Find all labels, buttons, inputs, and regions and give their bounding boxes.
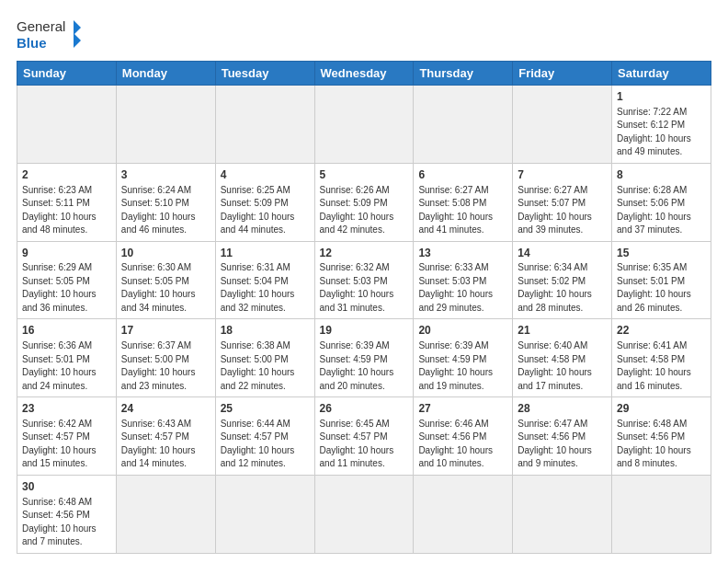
calendar-day-cell xyxy=(414,475,513,553)
day-info: Sunrise: 6:34 AMSunset: 5:02 PMDaylight:… xyxy=(518,261,607,315)
day-number: 8 xyxy=(617,167,706,183)
header-area: General Blue xyxy=(17,17,711,52)
day-info: Sunrise: 6:39 AMSunset: 4:59 PMDaylight:… xyxy=(418,339,507,393)
calendar-day-cell: 10Sunrise: 6:30 AMSunset: 5:05 PMDayligh… xyxy=(116,241,215,319)
day-info: Sunrise: 6:30 AMSunset: 5:05 PMDaylight:… xyxy=(121,261,210,315)
day-number: 6 xyxy=(418,167,507,183)
calendar-day-cell: 3Sunrise: 6:24 AMSunset: 5:10 PMDaylight… xyxy=(116,163,215,241)
day-number: 7 xyxy=(518,167,607,183)
day-info: Sunrise: 6:26 AMSunset: 5:09 PMDaylight:… xyxy=(320,184,409,237)
day-info: Sunrise: 6:42 AMSunset: 4:57 PMDaylight:… xyxy=(22,418,111,471)
calendar-day-cell: 2Sunrise: 6:23 AMSunset: 5:11 PMDaylight… xyxy=(17,163,117,241)
calendar-day-cell: 20Sunrise: 6:39 AMSunset: 4:59 PMDayligh… xyxy=(414,319,513,397)
svg-text:Blue: Blue xyxy=(17,35,47,51)
day-number: 10 xyxy=(121,246,210,261)
day-number: 26 xyxy=(320,401,409,417)
calendar-week-row: 1Sunrise: 7:22 AMSunset: 6:12 PMDaylight… xyxy=(17,86,711,164)
calendar-day-cell: 16Sunrise: 6:36 AMSunset: 5:01 PMDayligh… xyxy=(17,319,117,397)
day-info: Sunrise: 6:24 AMSunset: 5:10 PMDaylight:… xyxy=(121,184,210,237)
calendar-day-cell xyxy=(314,86,414,164)
calendar-table: SundayMondayTuesdayWednesdayThursdayFrid… xyxy=(17,61,711,554)
calendar-day-cell: 14Sunrise: 6:34 AMSunset: 5:02 PMDayligh… xyxy=(513,241,612,319)
day-number: 13 xyxy=(418,246,507,261)
logo: General Blue xyxy=(17,17,81,52)
day-number: 27 xyxy=(418,401,507,417)
day-number: 21 xyxy=(518,323,607,339)
day-info: Sunrise: 6:39 AMSunset: 4:59 PMDaylight:… xyxy=(320,339,409,393)
calendar-day-cell: 8Sunrise: 6:28 AMSunset: 5:06 PMDaylight… xyxy=(612,163,711,241)
day-info: Sunrise: 6:48 AMSunset: 4:56 PMDaylight:… xyxy=(617,418,706,471)
calendar-weekday-header: Monday xyxy=(116,62,215,86)
calendar-day-cell xyxy=(17,86,117,164)
day-number: 20 xyxy=(418,323,507,339)
day-number: 1 xyxy=(617,89,706,105)
calendar-day-cell: 15Sunrise: 6:35 AMSunset: 5:01 PMDayligh… xyxy=(612,241,711,319)
day-number: 24 xyxy=(121,401,210,417)
calendar-weekday-header: Wednesday xyxy=(314,62,414,86)
calendar-day-cell: 7Sunrise: 6:27 AMSunset: 5:07 PMDaylight… xyxy=(513,163,612,241)
day-number: 14 xyxy=(518,246,607,261)
day-info: Sunrise: 6:33 AMSunset: 5:03 PMDaylight:… xyxy=(418,261,507,315)
day-info: Sunrise: 6:40 AMSunset: 4:58 PMDaylight:… xyxy=(518,339,607,393)
calendar-week-row: 16Sunrise: 6:36 AMSunset: 5:01 PMDayligh… xyxy=(17,319,711,397)
calendar-day-cell: 21Sunrise: 6:40 AMSunset: 4:58 PMDayligh… xyxy=(513,319,612,397)
day-info: Sunrise: 6:29 AMSunset: 5:05 PMDaylight:… xyxy=(22,261,111,315)
svg-marker-2 xyxy=(74,20,81,35)
calendar-day-cell xyxy=(215,86,314,164)
calendar-day-cell xyxy=(414,86,513,164)
day-info: Sunrise: 6:43 AMSunset: 4:57 PMDaylight:… xyxy=(121,418,210,471)
day-number: 17 xyxy=(121,323,210,339)
calendar-day-cell: 6Sunrise: 6:27 AMSunset: 5:08 PMDaylight… xyxy=(414,163,513,241)
calendar-day-cell: 24Sunrise: 6:43 AMSunset: 4:57 PMDayligh… xyxy=(116,397,215,476)
calendar-day-cell xyxy=(314,475,414,553)
day-number: 29 xyxy=(617,401,706,417)
day-info: Sunrise: 6:23 AMSunset: 5:11 PMDaylight:… xyxy=(22,184,111,237)
day-number: 30 xyxy=(22,479,111,495)
calendar-day-cell xyxy=(513,475,612,553)
day-number: 18 xyxy=(221,323,310,339)
day-info: Sunrise: 6:41 AMSunset: 4:58 PMDaylight:… xyxy=(617,339,706,393)
calendar-day-cell: 4Sunrise: 6:25 AMSunset: 5:09 PMDaylight… xyxy=(215,163,314,241)
day-info: Sunrise: 6:32 AMSunset: 5:03 PMDaylight:… xyxy=(320,261,409,315)
day-number: 15 xyxy=(617,246,706,261)
day-info: Sunrise: 6:38 AMSunset: 5:00 PMDaylight:… xyxy=(221,339,310,393)
day-info: Sunrise: 7:22 AMSunset: 6:12 PMDaylight:… xyxy=(617,106,706,159)
calendar-day-cell: 11Sunrise: 6:31 AMSunset: 5:04 PMDayligh… xyxy=(215,241,314,319)
calendar-week-row: 23Sunrise: 6:42 AMSunset: 4:57 PMDayligh… xyxy=(17,397,711,476)
day-info: Sunrise: 6:44 AMSunset: 4:57 PMDaylight:… xyxy=(221,418,310,471)
day-number: 19 xyxy=(320,323,409,339)
day-number: 12 xyxy=(320,246,409,261)
calendar-day-cell: 25Sunrise: 6:44 AMSunset: 4:57 PMDayligh… xyxy=(215,397,314,476)
day-number: 11 xyxy=(221,246,310,261)
svg-text:General: General xyxy=(17,18,65,34)
calendar-weekday-header: Saturday xyxy=(612,62,711,86)
calendar-header-row: SundayMondayTuesdayWednesdayThursdayFrid… xyxy=(17,62,711,86)
calendar-day-cell xyxy=(116,475,215,553)
day-info: Sunrise: 6:25 AMSunset: 5:09 PMDaylight:… xyxy=(221,184,310,237)
calendar-day-cell xyxy=(513,86,612,164)
calendar-day-cell: 27Sunrise: 6:46 AMSunset: 4:56 PMDayligh… xyxy=(414,397,513,476)
calendar-day-cell: 9Sunrise: 6:29 AMSunset: 5:05 PMDaylight… xyxy=(17,241,117,319)
day-info: Sunrise: 6:47 AMSunset: 4:56 PMDaylight:… xyxy=(518,418,607,471)
day-info: Sunrise: 6:35 AMSunset: 5:01 PMDaylight:… xyxy=(617,261,706,315)
day-info: Sunrise: 6:37 AMSunset: 5:00 PMDaylight:… xyxy=(121,339,210,393)
day-info: Sunrise: 6:48 AMSunset: 4:56 PMDaylight:… xyxy=(22,496,111,549)
calendar-day-cell xyxy=(116,86,215,164)
calendar-weekday-header: Friday xyxy=(513,62,612,86)
calendar-day-cell: 17Sunrise: 6:37 AMSunset: 5:00 PMDayligh… xyxy=(116,319,215,397)
calendar-day-cell: 28Sunrise: 6:47 AMSunset: 4:56 PMDayligh… xyxy=(513,397,612,476)
day-info: Sunrise: 6:28 AMSunset: 5:06 PMDaylight:… xyxy=(617,184,706,237)
calendar-day-cell xyxy=(215,475,314,553)
calendar-weekday-header: Tuesday xyxy=(215,62,314,86)
calendar-weekday-header: Sunday xyxy=(17,62,117,86)
calendar-day-cell: 22Sunrise: 6:41 AMSunset: 4:58 PMDayligh… xyxy=(612,319,711,397)
calendar-day-cell: 5Sunrise: 6:26 AMSunset: 5:09 PMDaylight… xyxy=(314,163,414,241)
generalblue-logo-icon: General Blue xyxy=(17,17,81,52)
calendar-week-row: 2Sunrise: 6:23 AMSunset: 5:11 PMDaylight… xyxy=(17,163,711,241)
day-number: 22 xyxy=(617,323,706,339)
day-info: Sunrise: 6:46 AMSunset: 4:56 PMDaylight:… xyxy=(418,418,507,471)
day-number: 5 xyxy=(320,167,409,183)
calendar-day-cell: 13Sunrise: 6:33 AMSunset: 5:03 PMDayligh… xyxy=(414,241,513,319)
calendar-week-row: 30Sunrise: 6:48 AMSunset: 4:56 PMDayligh… xyxy=(17,475,711,553)
day-number: 23 xyxy=(22,401,111,417)
